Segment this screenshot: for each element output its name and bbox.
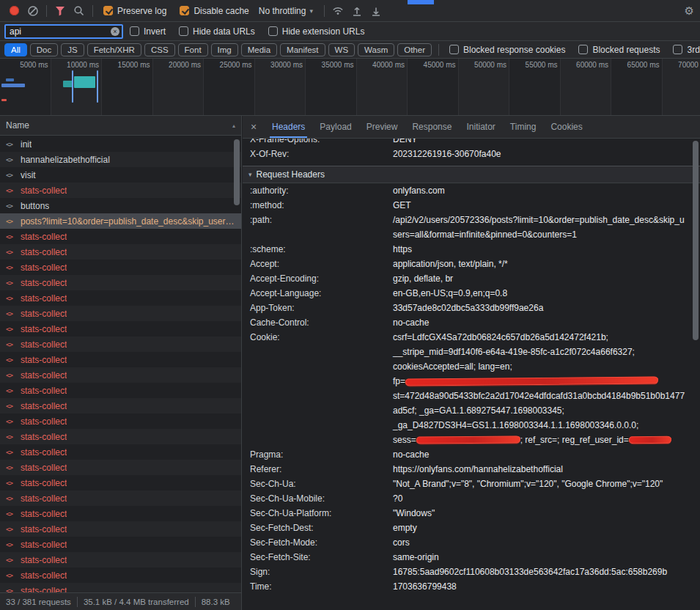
request-list-scrollbar[interactable] (234, 139, 240, 205)
preserve-log-checkbox[interactable] (103, 6, 113, 15)
request-row[interactable]: <>visit (0, 167, 241, 183)
third-party-requests-toggle[interactable]: 3rd-party requests (673, 45, 700, 55)
hide-data-urls-checkbox[interactable] (179, 26, 188, 36)
header-row: Pragma:no-cache (243, 447, 700, 462)
request-row[interactable]: <>stats-collect (0, 260, 241, 275)
toolbar-divider (324, 5, 325, 17)
disable-cache-toggle[interactable]: Disable cache (180, 6, 248, 16)
request-row[interactable]: <>stats-collect (0, 521, 241, 537)
filter-pill-font[interactable]: Font (178, 43, 208, 56)
filter-pill-css[interactable]: CSS (144, 43, 175, 56)
blocked-response-cookies-toggle[interactable]: Blocked response cookies (449, 45, 565, 55)
filter-pill-img[interactable]: Img (211, 43, 238, 56)
request-row[interactable]: <>stats-collect (0, 275, 241, 290)
settings-gear-icon[interactable]: ⚙ (685, 4, 694, 18)
timeline-column: 20000 ms (153, 59, 205, 115)
throttling-select[interactable]: No throttling ▾ (259, 6, 313, 16)
filter-pill-manifest[interactable]: Manifest (280, 43, 325, 56)
request-row[interactable]: <>stats-collect (0, 506, 241, 521)
tab-cookies[interactable]: Cookies (543, 116, 589, 138)
preserve-log-toggle[interactable]: Preserve log (103, 6, 166, 16)
request-row[interactable]: <>buttons (0, 198, 241, 213)
request-row[interactable]: <>stats-collect (0, 290, 241, 306)
invert-checkbox[interactable] (130, 26, 139, 36)
timeline-tick-label: 25000 ms (220, 61, 252, 69)
tab-initiator[interactable]: Initiator (459, 116, 502, 138)
import-har-button[interactable] (347, 2, 366, 20)
name-column-header[interactable]: Name (6, 120, 29, 131)
request-row[interactable]: <>stats-collect (0, 383, 241, 398)
request-row[interactable]: <>stats-collect (0, 583, 241, 592)
filter-pill-wasm[interactable]: Wasm (358, 43, 394, 56)
request-row[interactable]: <>stats-collect (0, 537, 241, 552)
disable-cache-checkbox[interactable] (180, 6, 189, 15)
disclosure-triangle-icon: ▾ (248, 171, 252, 178)
filter-input[interactable] (10, 26, 111, 37)
file-type-icon: <> (6, 479, 17, 487)
filter-pill-fetch-xhr[interactable]: Fetch/XHR (87, 43, 141, 56)
request-row[interactable]: <>stats-collect (0, 244, 241, 260)
timeline-tick-label: 5000 ms (20, 61, 48, 69)
timeline-overview[interactable]: 5000 ms10000 ms15000 ms20000 ms25000 ms3… (0, 59, 700, 116)
scroll-up-icon[interactable]: ▴ (232, 122, 235, 129)
request-row[interactable]: <>stats-collect (0, 367, 241, 383)
request-row[interactable]: <>stats-collect (0, 552, 241, 567)
details-scrollbar[interactable] (693, 141, 699, 340)
request-row[interactable]: <>stats-collect (0, 306, 241, 321)
request-row[interactable]: <>stats-collect (0, 321, 241, 337)
third-party-requests-checkbox[interactable] (673, 45, 682, 54)
clear-filter-icon[interactable]: × (111, 27, 119, 36)
request-row[interactable]: <>posts?limit=10&order=publish_date_desc… (0, 213, 241, 229)
filter-toggle-button[interactable] (51, 2, 70, 20)
filter-pill-js[interactable]: JS (61, 43, 84, 56)
tab-response[interactable]: Response (405, 116, 459, 138)
file-type-icon: <> (6, 218, 17, 225)
request-row[interactable]: <>stats-collect (0, 398, 241, 414)
tab-preview[interactable]: Preview (359, 116, 405, 138)
close-details-button[interactable]: × (243, 121, 265, 133)
blocked-response-cookies-checkbox[interactable] (449, 45, 459, 54)
header-row: App-Token:33d57ade8c02dbc5a333db99ff9ae2… (243, 301, 700, 315)
hide-extension-urls-toggle[interactable]: Hide extension URLs (268, 26, 365, 37)
clear-button[interactable] (23, 2, 43, 20)
filter-input-box[interactable]: × (4, 24, 123, 39)
filter-pill-doc[interactable]: Doc (30, 43, 58, 56)
hide-extension-urls-checkbox[interactable] (268, 26, 278, 36)
blocked-requests-toggle[interactable]: Blocked requests (578, 45, 660, 55)
request-row[interactable]: <>stats-collect (0, 490, 241, 506)
search-button[interactable] (70, 2, 89, 20)
filter-pill-media[interactable]: Media (241, 43, 277, 56)
export-har-button[interactable] (366, 2, 386, 20)
tab-timing[interactable]: Timing (503, 116, 544, 138)
request-row[interactable]: <>stats-collect (0, 229, 241, 244)
header-name: Cookie: (250, 330, 393, 345)
blocked-requests-checkbox[interactable] (578, 45, 588, 54)
filter-pill-all[interactable]: All (4, 43, 27, 56)
request-row[interactable]: <>init (0, 136, 241, 152)
request-row[interactable]: <>stats-collect (0, 567, 241, 583)
filter-pill-ws[interactable]: WS (328, 43, 355, 56)
request-row[interactable]: <>hannahelizabethofficial (0, 152, 241, 167)
request-row[interactable]: <>stats-collect (0, 352, 241, 367)
filter-bar: × Invert Hide data URLs Hide extension U… (0, 22, 700, 41)
network-conditions-button[interactable] (328, 2, 347, 20)
request-list-header[interactable]: Name ▴ (0, 116, 241, 136)
tab-headers[interactable]: Headers (265, 116, 312, 138)
filter-pill-other[interactable]: Other (397, 43, 432, 56)
tab-payload[interactable]: Payload (312, 116, 358, 138)
invert-toggle[interactable]: Invert (130, 26, 166, 37)
record-button[interactable] (4, 2, 23, 20)
timeline-tick-label: 60000 ms (576, 61, 608, 69)
status-divider (195, 597, 196, 607)
request-name: stats-collect (21, 447, 67, 457)
request-row[interactable]: <>stats-collect (0, 475, 241, 490)
request-row[interactable]: <>stats-collect (0, 183, 241, 198)
request-row[interactable]: <>stats-collect (0, 460, 241, 475)
hide-data-urls-toggle[interactable]: Hide data URLs (179, 26, 255, 37)
request-row[interactable]: <>stats-collect (0, 337, 241, 352)
request-row[interactable]: <>stats-collect (0, 444, 241, 460)
request-row[interactable]: <>stats-collect (0, 429, 241, 444)
request-row[interactable]: <>stats-collect (0, 414, 241, 429)
request-headers-section[interactable]: ▾ Request Headers (243, 166, 700, 183)
header-name: :path: (250, 213, 393, 227)
